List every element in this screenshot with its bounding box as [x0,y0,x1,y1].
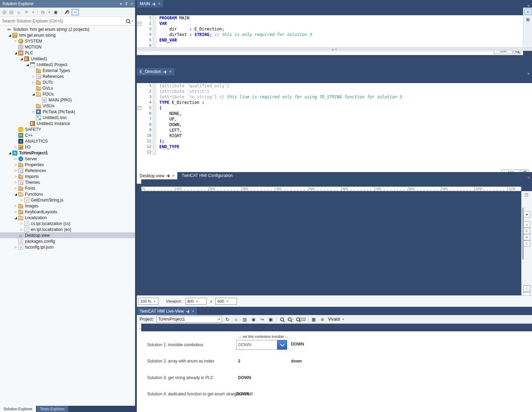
copy-icon[interactable]: ▣ [53,9,59,15]
expanded-arrow-icon[interactable]: ◢ [19,57,24,61]
outline-list-icon[interactable]: ≡ [523,222,530,228]
tree-item-i-o[interactable]: ▷I/O [0,144,135,150]
tab-e-direction[interactable]: E_Direction × [137,68,174,75]
collapsed-arrow-icon[interactable]: ▷ [13,145,18,149]
sync-icon[interactable]: ⟳ [24,9,29,15]
tree-item-references[interactable]: ▷References [0,73,135,79]
tree-item-cs-tpl-localization-cs[interactable]: ▷cs.tpl.localization (cs) [0,221,135,226]
text-view-icon[interactable]: ≡ [524,9,531,15]
tree-item-safety[interactable]: SAFETY [0,126,135,132]
expanded-arrow-icon[interactable]: ◢ [7,151,12,155]
pin-icon[interactable] [186,310,190,313]
fold-collapse-icon[interactable]: − [137,21,142,26]
tree-item-desktop-view[interactable]: ⌂Desktop.view [0,232,135,238]
tree-item-tchmiproject1[interactable]: ◢hTcHmiProject1 [0,150,135,156]
settings-gear-icon[interactable]: ☼ [233,316,239,322]
tree-item-untitled1-tmc[interactable]: Untitled1.tmc [0,115,135,120]
collapsed-arrow-icon[interactable]: ▷ [13,169,18,172]
tree-item-en-tpl-localization-en[interactable]: ▷en.tpl.localization (en) [0,226,135,232]
pin-icon[interactable] [163,70,167,74]
expanded-arrow-icon[interactable]: ◢ [31,92,36,96]
table-view-icon[interactable]: ▦ [524,16,531,23]
collapsed-arrow-icon[interactable]: ▷ [31,81,36,84]
tree-item-images[interactable]: ▷Images [0,203,135,209]
enum-code-pane[interactable]: 100 1{attribute 'qualified_only'}2{attri… [137,83,532,178]
tree-item-duts[interactable]: ▷DUTs [0,79,135,85]
tab-overflow-icon[interactable]: ▾ [527,4,529,8]
direction-combobox[interactable]: DOWN [236,340,287,350]
info-i-icon[interactable]: I [523,285,530,292]
split-view-icon[interactable]: ▥ [242,316,248,322]
tree-item-motion[interactable]: MOTION [0,44,135,50]
tree-item-themes[interactable]: ▷Themes [0,179,135,185]
pending-changes-icon[interactable]: ◷ [40,9,45,15]
browser-label[interactable]: Vivaldi [328,317,340,322]
tree-item-untitled1-project[interactable]: ◢Untitled1 Project [0,62,135,68]
close-icon[interactable]: × [172,174,175,178]
search-icon[interactable] [126,19,130,23]
search-input[interactable] [0,19,126,24]
tree-item-c[interactable]: ++C++ [0,132,135,138]
collapsed-arrow-icon[interactable]: ▷ [13,157,18,160]
new-guide-icon[interactable]: ◳ [523,192,530,197]
fold-collapse-icon[interactable]: − [137,105,142,111]
tree-item-packages-config[interactable]: packages.config [0,238,135,244]
collapsed-arrow-icon[interactable]: ▷ [31,75,36,78]
tree-item-external-types[interactable]: External Types [0,68,135,73]
search-dropdown-icon[interactable]: ▾ [132,19,133,23]
combobox-dropdown-button[interactable] [277,340,287,350]
tree-item-untitled1-instance[interactable]: Untitled1 Instance [0,120,135,126]
expanded-arrow-icon[interactable]: ◢ [13,216,18,220]
expanded-arrow-icon[interactable]: ◢ [13,51,18,55]
splitter-down-icon[interactable]: ▼ [335,48,337,51]
zoom-out-icon[interactable] [279,316,285,322]
collapsed-arrow-icon[interactable]: ▷ [13,175,18,178]
pin-icon[interactable] [166,174,170,178]
forward-icon[interactable]: › [9,10,14,15]
collapsed-arrow-icon[interactable]: ▷ [13,187,18,190]
tree-item-getenumstring-js[interactable]: ▷JGetEnumString.js [0,197,135,203]
collapsed-arrow-icon[interactable]: ▷ [13,210,18,213]
tree-item-server[interactable]: ▷☼Server [0,156,135,162]
viewport-height-select[interactable]: 600▾ [215,298,237,305]
collapse-strip-icon[interactable]: ◂▸ [523,211,530,217]
open-in-editor-icon[interactable]: ↪ [259,316,265,322]
pending-dropdown-icon[interactable]: ▾ [48,9,51,15]
tab-twincat-hmi-configuration[interactable]: TwinCAT HMI Configuration [177,172,237,179]
collapsed-arrow-icon[interactable]: ▷ [19,222,24,225]
zoom-in-icon[interactable]: + [288,316,294,322]
pin-icon[interactable]: ⊼ [125,2,128,6]
grid-g-icon[interactable]: G [523,234,530,240]
tab-main[interactable]: MAIN × [137,0,163,8]
project-select[interactable]: TcHmiProject1 ▾ [156,316,222,323]
collapsed-arrow-icon[interactable]: ▷ [13,181,18,184]
tab-team-explorer[interactable]: Team Explorer [37,406,68,412]
tree-item-system[interactable]: ▷SYSTEM [0,38,135,44]
close-icon[interactable]: × [158,2,160,6]
controls-c-icon[interactable]: C [523,228,530,234]
tree-item-localization[interactable]: ◢Localization [0,215,135,221]
tree-item-untitled1[interactable]: ◢Untitled1 [0,56,135,62]
browser-dropdown-icon[interactable]: ▾ [343,317,344,321]
tree-item-pous[interactable]: ◢POUs [0,91,135,97]
expanded-arrow-icon[interactable]: ◢ [13,192,18,196]
close-icon[interactable]: × [169,70,171,74]
viewport-width-select[interactable]: 800▾ [185,298,207,305]
window-menu-icon[interactable]: ▾ [120,2,122,6]
zoom-select[interactable]: 100 %▾ [138,298,158,305]
tree-item-fonts[interactable]: ▷Fonts [0,185,135,191]
combobox-value[interactable]: DOWN [236,340,277,350]
tree-item-plc[interactable]: ◢PLC [0,50,135,56]
tree-item-references[interactable]: ▷References [0,168,135,173]
collapsed-arrow-icon[interactable]: ▷ [13,204,18,207]
pin-icon[interactable] [152,2,156,6]
tree-item-plctask-plctask[interactable]: ▷PlcTask (PlcTask) [0,109,135,115]
collapsed-arrow-icon[interactable]: ▷ [13,163,18,166]
close-icon[interactable]: × [192,309,194,313]
tree-item-gvls[interactable]: GVLs [0,85,135,91]
tab-solution-explorer[interactable]: Solution Explorer [0,406,36,412]
back-icon[interactable]: ‹ [2,10,7,15]
tree-item-imports[interactable]: ▷Imports [0,173,135,179]
tree-item-analytics[interactable]: αANALYTICS [0,138,135,144]
tree-item-solution-hmi-get-enum-string-2-projects[interactable]: ∞Solution 'hmi get enum string' (2 proje… [0,26,135,32]
